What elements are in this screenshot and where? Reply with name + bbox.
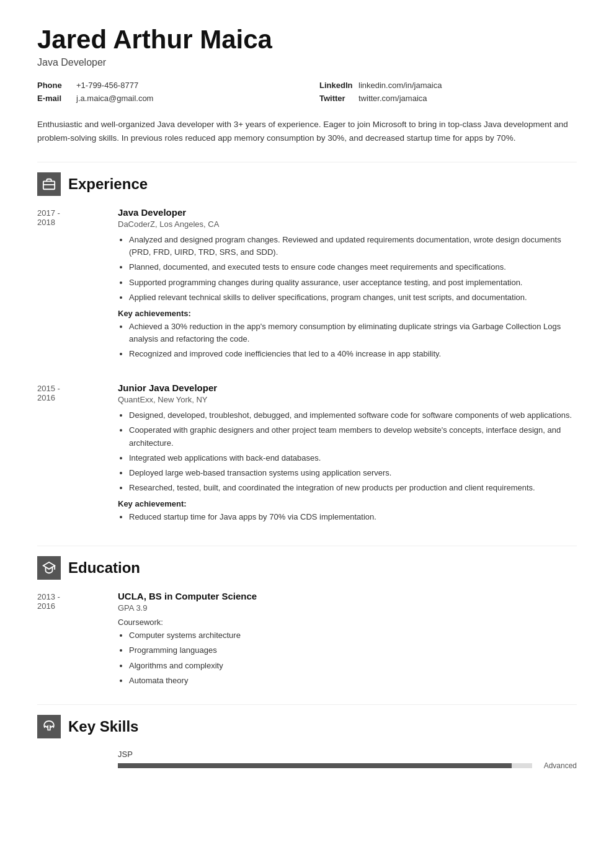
experience-icon [37, 172, 61, 196]
list-item: Computer systems architecture [129, 629, 577, 642]
skills-section-header: Key Skills [37, 704, 577, 738]
exp-achievements-0: Achieved a 30% reduction in the app's me… [118, 321, 577, 360]
twitter-item: Twitter twitter.com/jamaica [319, 94, 577, 103]
list-item: Analyzed and designed program changes. R… [129, 234, 577, 259]
list-item: Researched, tested, built, and coordinat… [129, 482, 577, 494]
exp-entry-0: 2017 -2018 Java Developer DaCoderZ, Los … [37, 207, 577, 365]
exp-bullets-1: Designed, developed, troubleshot, debugg… [118, 409, 577, 494]
list-item: Deployed large web-based transaction sys… [129, 467, 577, 479]
education-section-title: Education [68, 559, 140, 577]
exp-content-1: Junior Java Developer QuantExx, New York… [118, 383, 577, 528]
skill-name-0: JSP [118, 750, 577, 759]
twitter-value: twitter.com/jamaica [358, 94, 427, 103]
contact-grid: Phone +1-799-456-8777 LinkedIn linkedin.… [37, 81, 577, 103]
phone-item: Phone +1-799-456-8777 [37, 81, 295, 90]
linkedin-label: LinkedIn [319, 81, 354, 90]
list-item: Designed, developed, troubleshot, debugg… [129, 409, 577, 422]
edu-coursework-0: Computer systems architecture Programmin… [118, 629, 577, 687]
job-title: Java Developer [37, 57, 577, 68]
candidate-name: Jared Arthur Maica [37, 25, 577, 55]
linkedin-value: linkedin.com/in/jamaica [358, 81, 442, 90]
phone-label: Phone [37, 81, 71, 90]
exp-date-0: 2017 -2018 [37, 207, 105, 365]
education-section-header: Education [37, 546, 577, 580]
edu-content-0: UCLA, BS in Computer Science GPA 3.9 Cou… [118, 591, 577, 692]
list-item: Achieved a 30% reduction in the app's me… [129, 321, 577, 345]
exp-jobtitle-0: Java Developer [118, 207, 577, 218]
exp-achievements-label-0: Key achievements: [118, 309, 577, 318]
exp-entry-1: 2015 -2016 Junior Java Developer QuantEx… [37, 383, 577, 528]
list-item: Supported programming changes during qua… [129, 277, 577, 289]
linkedin-item: LinkedIn linkedin.com/in/jamaica [319, 81, 577, 90]
experience-section-title: Experience [68, 175, 148, 193]
list-item: Planned, documented, and executed tests … [129, 261, 577, 273]
skill-bar-row-0: Advanced [118, 761, 577, 770]
skill-bar-fill-0 [118, 763, 512, 768]
list-item: Programming languages [129, 644, 577, 657]
twitter-label: Twitter [319, 94, 354, 103]
list-item: Recognized and improved code inefficienc… [129, 348, 577, 360]
email-label: E-mail [37, 94, 71, 103]
list-item: Reduced startup time for Java apps by 70… [129, 511, 577, 523]
experience-section-header: Experience [37, 162, 577, 196]
edu-coursework-label-0: Coursework: [118, 618, 577, 627]
edu-gpa-0: GPA 3.9 [118, 603, 577, 613]
skills-icon [37, 715, 61, 738]
exp-company-1: QuantExx, New York, NY [118, 395, 577, 404]
list-item: Cooperated with graphic designers and ot… [129, 424, 577, 449]
summary-text: Enthusiastic and well-organized Java dev… [37, 118, 577, 144]
exp-date-1: 2015 -2016 [37, 383, 105, 528]
list-item: Automata theory [129, 675, 577, 687]
exp-achievements-1: Reduced startup time for Java apps by 70… [118, 511, 577, 523]
exp-bullets-0: Analyzed and designed program changes. R… [118, 234, 577, 304]
phone-value: +1-799-456-8777 [76, 81, 138, 90]
email-item: E-mail j.a.maica@gmail.com [37, 94, 295, 103]
exp-company-0: DaCoderZ, Los Angeles, CA [118, 219, 577, 229]
edu-degree-0: UCLA, BS in Computer Science [118, 591, 577, 601]
exp-jobtitle-1: Junior Java Developer [118, 383, 577, 393]
skill-item-0: JSP Advanced [37, 750, 577, 770]
exp-achievements-label-1: Key achievement: [118, 499, 577, 508]
skills-section-title: Key Skills [68, 718, 138, 735]
edu-date-0: 2013 -2016 [37, 591, 105, 692]
email-value: j.a.maica@gmail.com [76, 94, 153, 103]
education-icon [37, 556, 61, 580]
list-item: Integrated web applications with back-en… [129, 452, 577, 464]
edu-entry-0: 2013 -2016 UCLA, BS in Computer Science … [37, 591, 577, 692]
exp-content-0: Java Developer DaCoderZ, Los Angeles, CA… [118, 207, 577, 365]
skill-bar-bg-0 [118, 763, 532, 768]
list-item: Algorithms and complexity [129, 660, 577, 672]
list-item: Applied relevant technical skills to del… [129, 291, 577, 304]
skill-level-label-0: Advanced [540, 761, 577, 770]
